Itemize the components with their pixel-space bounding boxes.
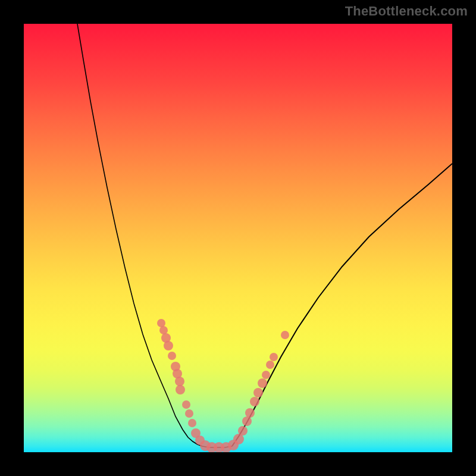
plot-area — [24, 24, 452, 452]
chart-frame: TheBottleneck.com — [0, 0, 476, 476]
data-marker — [262, 371, 270, 379]
data-marker — [270, 353, 278, 361]
data-marker — [253, 388, 263, 397]
data-marker — [157, 319, 165, 327]
plot-svg — [24, 24, 452, 452]
data-marker — [176, 385, 185, 394]
series-right-curve — [232, 164, 452, 446]
data-marker — [159, 326, 168, 334]
data-marker — [182, 400, 190, 409]
data-marker — [175, 377, 184, 386]
data-marker — [245, 408, 255, 418]
data-marker — [258, 378, 267, 388]
data-marker — [185, 409, 193, 418]
data-marker — [242, 416, 252, 426]
watermark-text: TheBottleneck.com — [345, 4, 468, 19]
data-marker — [164, 341, 173, 350]
data-marker — [266, 361, 274, 369]
data-marker — [238, 426, 248, 436]
data-marker — [250, 397, 259, 406]
data-marker — [168, 352, 176, 360]
data-marker — [188, 419, 196, 427]
data-marker — [281, 331, 289, 339]
